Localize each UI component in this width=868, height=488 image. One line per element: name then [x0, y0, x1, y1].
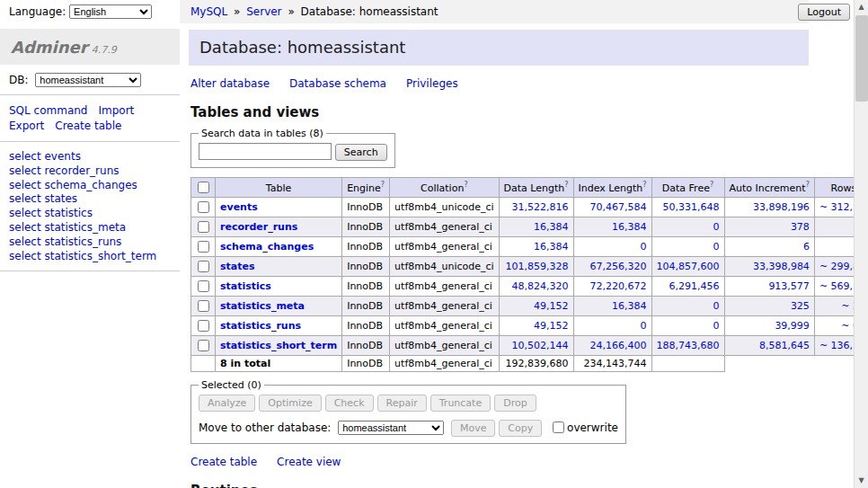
- data-free-link[interactable]: 6,291,456: [669, 280, 720, 292]
- column-header: Table: [216, 177, 342, 197]
- row-checkbox[interactable]: [198, 320, 209, 332]
- auto-increment-link[interactable]: 325: [791, 300, 810, 312]
- data-length-link[interactable]: 49,152: [534, 320, 569, 332]
- table-name-link[interactable]: schema_changes: [220, 241, 314, 253]
- auto-increment-link[interactable]: 6: [803, 241, 810, 253]
- table-row: statistics_meta InnoDB utf8mb4_general_c…: [191, 296, 868, 315]
- sidebar-action-link[interactable]: SQL command: [9, 103, 87, 119]
- search-button[interactable]: Search: [335, 144, 387, 161]
- sidebar-table-link[interactable]: select states: [9, 192, 173, 207]
- create-link[interactable]: Create table: [190, 456, 257, 468]
- row-checkbox[interactable]: [198, 261, 209, 272]
- row-checkbox[interactable]: [198, 221, 209, 233]
- overwrite-label: overwrite: [567, 421, 618, 434]
- auto-increment-link[interactable]: 39,999: [775, 320, 810, 332]
- db-select[interactable]: homeassistant: [35, 73, 141, 87]
- breadcrumb-mysql-link[interactable]: MySQL: [190, 5, 227, 18]
- sidebar-action-link[interactable]: Export: [9, 119, 44, 134]
- selected-action-button: Truncate: [430, 395, 491, 412]
- selected-action-button: Analyze: [199, 395, 255, 412]
- auto-increment-link[interactable]: 913,577: [768, 280, 810, 292]
- select-all-checkbox[interactable]: [198, 182, 209, 193]
- table-name-link[interactable]: events: [220, 201, 258, 213]
- table-name-link[interactable]: statistics_short_term: [220, 340, 337, 351]
- tables-heading: Tables and views: [190, 104, 854, 120]
- data-length-link[interactable]: 49,152: [534, 300, 569, 312]
- breadcrumb: MySQL » Server » Database: homeassistant: [180, 0, 809, 23]
- data-length-link[interactable]: 16,384: [534, 241, 569, 253]
- data-free-link[interactable]: 0: [713, 300, 720, 312]
- scroll-down-arrow[interactable]: ▼: [855, 474, 868, 488]
- index-length-link[interactable]: 0: [641, 241, 647, 253]
- table-row: schema_changes InnoDB utf8mb4_general_ci…: [191, 236, 868, 256]
- column-header: Index Length?: [573, 177, 651, 197]
- row-checkbox[interactable]: [198, 280, 209, 292]
- data-free-link[interactable]: 0: [713, 221, 720, 233]
- app-name: Adminer: [11, 38, 88, 57]
- collation-cell: utf8mb4_general_ci: [390, 276, 499, 296]
- row-checkbox[interactable]: [198, 340, 209, 351]
- sidebar-actions: SQL commandImportExportCreate table: [0, 95, 180, 142]
- row-checkbox[interactable]: [198, 300, 209, 312]
- index-length-link[interactable]: 70,467,584: [590, 201, 647, 213]
- data-length-link[interactable]: 48,824,320: [512, 280, 569, 292]
- row-checkbox[interactable]: [198, 241, 209, 253]
- sidebar-table-link[interactable]: select statistics_runs: [9, 235, 173, 250]
- overwrite-checkbox[interactable]: [553, 421, 564, 433]
- data-length-link[interactable]: 16,384: [534, 221, 569, 233]
- sidebar-table-links: select eventsselect recorder_runsselect …: [0, 142, 180, 271]
- total-label: 8 in total: [216, 355, 342, 371]
- data-length-link[interactable]: 10,502,144: [512, 340, 569, 351]
- table-name-link[interactable]: statistics: [220, 280, 271, 292]
- logout-button[interactable]: Logout: [798, 4, 850, 21]
- index-length-link[interactable]: 72,220,672: [590, 280, 647, 292]
- move-db-select[interactable]: homeassistant: [338, 421, 444, 435]
- db-action-link[interactable]: Alter database: [190, 77, 270, 90]
- sidebar-table-link[interactable]: select events: [9, 150, 173, 164]
- data-free-link[interactable]: 50,331,648: [663, 201, 720, 213]
- sidebar-action-link[interactable]: Import: [98, 103, 134, 119]
- search-input[interactable]: [199, 143, 332, 160]
- data-length-link[interactable]: 31,522,816: [512, 201, 569, 213]
- index-length-link[interactable]: 24,166,400: [590, 340, 647, 351]
- index-length-link[interactable]: 16,384: [612, 300, 647, 312]
- sidebar-table-link[interactable]: select statistics_short_term: [9, 250, 173, 264]
- row-checkbox[interactable]: [198, 201, 209, 213]
- table-name-link[interactable]: recorder_runs: [220, 221, 297, 233]
- auto-increment-link[interactable]: 8,581,645: [759, 340, 810, 351]
- table-row: statistics_runs InnoDB utf8mb4_general_c…: [191, 315, 868, 335]
- sidebar-table-link[interactable]: select statistics: [9, 207, 173, 221]
- scrollbar-thumb[interactable]: [855, 15, 868, 102]
- sidebar-table-link[interactable]: select schema_changes: [9, 179, 173, 193]
- data-length-link[interactable]: 101,859,328: [506, 261, 569, 272]
- table-body: events InnoDB utf8mb4_unicode_ci 31,522,…: [191, 197, 868, 355]
- breadcrumb-server-link[interactable]: Server: [246, 5, 281, 18]
- db-action-link[interactable]: Database schema: [289, 77, 386, 90]
- create-link[interactable]: Create view: [277, 456, 341, 468]
- db-action-link[interactable]: Privileges: [406, 77, 458, 90]
- sidebar-table-link[interactable]: select recorder_runs: [9, 164, 173, 179]
- data-free-link[interactable]: 0: [713, 320, 720, 332]
- table-name-link[interactable]: statistics_meta: [220, 300, 305, 312]
- routines-heading: Routines: [190, 483, 854, 488]
- vertical-scrollbar[interactable]: ▲ ▼: [854, 0, 868, 488]
- table-name-link[interactable]: states: [220, 261, 255, 272]
- auto-increment-link[interactable]: 33,898,196: [753, 201, 810, 213]
- index-length-link[interactable]: 0: [641, 320, 647, 332]
- table-header-row: TableEngine?Collation?Data Length?Index …: [191, 177, 868, 197]
- total-data-length: 192,839,680: [499, 355, 573, 371]
- sidebar-table-link[interactable]: select statistics_meta: [9, 221, 173, 235]
- auto-increment-link[interactable]: 33,398,984: [753, 261, 810, 272]
- index-length-link[interactable]: 67,256,320: [590, 261, 647, 272]
- index-length-link[interactable]: 16,384: [612, 221, 647, 233]
- engine-cell: InnoDB: [342, 296, 390, 315]
- language-select[interactable]: English: [69, 4, 152, 19]
- data-free-link[interactable]: 104,857,600: [657, 261, 720, 272]
- sidebar-action-link[interactable]: Create table: [55, 119, 121, 134]
- data-free-link[interactable]: 188,743,680: [657, 340, 720, 351]
- scroll-up-arrow[interactable]: ▲: [855, 0, 868, 14]
- auto-increment-link[interactable]: 378: [791, 221, 810, 233]
- db-selector-section: DB: homeassistant: [0, 65, 180, 95]
- table-name-link[interactable]: statistics_runs: [220, 320, 301, 332]
- data-free-link[interactable]: 0: [713, 241, 720, 253]
